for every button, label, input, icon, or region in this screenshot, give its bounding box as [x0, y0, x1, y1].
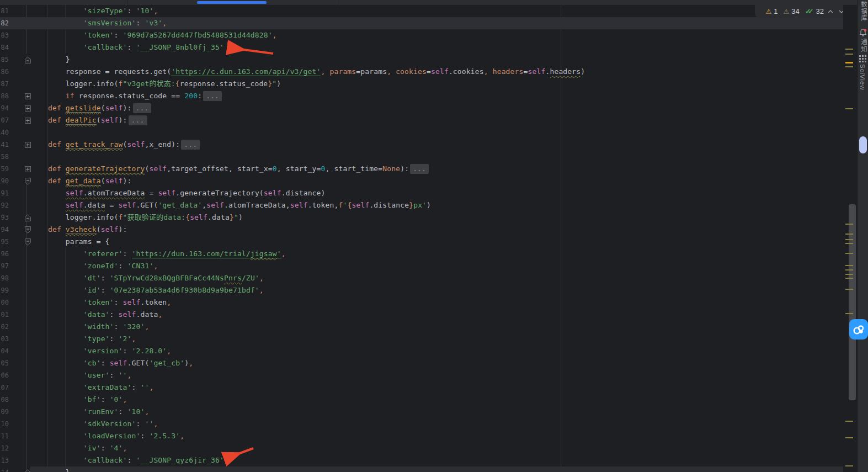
netdisk-assistant-button[interactable]: [849, 319, 868, 340]
inspection-mark[interactable]: [845, 313, 853, 314]
fold-toggle-icon[interactable]: [23, 466, 32, 472]
code-editor[interactable]: 81 'sizeType': '10',82 'smsVersion': 'v3…: [0, 5, 843, 472]
code-line[interactable]: 98 'dt': 'STpYrwCd28xBQgBFBFaCc44NsPnrs/…: [0, 272, 843, 284]
folded-code-chip[interactable]: ...: [410, 164, 429, 174]
code-line[interactable]: 03 'type': '2',: [0, 333, 843, 345]
folded-code-chip[interactable]: ...: [203, 91, 222, 101]
line-number[interactable]: 08: [0, 394, 9, 406]
line-number[interactable]: 02: [0, 321, 9, 333]
inspection-mark[interactable]: [845, 49, 853, 50]
code-line[interactable]: 06 'user': '',: [0, 369, 843, 381]
line-number[interactable]: 90: [0, 175, 9, 187]
line-number[interactable]: 82: [0, 17, 9, 29]
code-line[interactable]: 13 'callback': '__JSONP_qyz6jir_36',: [0, 454, 843, 466]
line-number[interactable]: 97: [0, 260, 9, 272]
code-line[interactable]: 94 def v3check(self):: [0, 224, 843, 236]
code-line[interactable]: 09 'runEnv': '10',: [0, 406, 843, 418]
code-line[interactable]: 59 def generateTrajectory(self,target_of…: [0, 163, 843, 175]
code-line[interactable]: 83 'token': '969d7a5267dd447fbd5488531d4…: [0, 29, 843, 41]
code-line[interactable]: 58: [0, 151, 843, 163]
code-line[interactable]: 81 'sizeType': '10',: [0, 5, 843, 17]
line-number[interactable]: 10: [0, 418, 9, 430]
inspection-mark[interactable]: [845, 224, 853, 225]
fold-toggle-icon[interactable]: [23, 90, 32, 102]
code-line[interactable]: 94 def getslide(self):...: [0, 102, 843, 114]
inspection-mark[interactable]: [845, 274, 853, 275]
code-line[interactable]: 87 logger.info(f"v3get的状态:{response.stat…: [0, 78, 843, 90]
previous-problem-button[interactable]: [826, 7, 835, 16]
fold-toggle-icon[interactable]: [23, 139, 32, 151]
inspection-mark[interactable]: [845, 465, 853, 466]
line-number[interactable]: 13: [0, 454, 9, 466]
folded-code-chip[interactable]: ...: [181, 140, 200, 150]
line-number[interactable]: 01: [0, 309, 9, 321]
code-line[interactable]: 95 params = {: [0, 236, 843, 248]
line-number[interactable]: 58: [0, 151, 9, 163]
line-number[interactable]: 84: [0, 41, 9, 54]
inspection-mark[interactable]: [845, 234, 853, 235]
code-line[interactable]: 99 'id': '07e2387ab53a4d6f930b8d9a9be71b…: [0, 284, 843, 296]
line-number[interactable]: 92: [0, 199, 9, 211]
line-number[interactable]: 05: [0, 357, 9, 369]
notifications-bell-icon[interactable]: [859, 29, 867, 39]
code-line[interactable]: 11 'loadVersion': '2.5.3',: [0, 430, 843, 442]
code-line[interactable]: 10 'sdkVersion': '',: [0, 418, 843, 430]
folded-code-chip[interactable]: ...: [129, 115, 147, 125]
inspection-mark[interactable]: [845, 243, 853, 244]
line-number[interactable]: 94: [0, 224, 9, 236]
line-number[interactable]: 81: [0, 5, 9, 17]
fold-toggle-icon[interactable]: [23, 114, 32, 126]
line-number[interactable]: 41: [0, 139, 9, 151]
fold-toggle-icon[interactable]: [23, 211, 32, 224]
line-number[interactable]: 83: [0, 29, 9, 41]
inspection-mark[interactable]: [845, 54, 853, 55]
error-stripe[interactable]: [843, 5, 857, 472]
line-number[interactable]: 07: [0, 114, 9, 126]
line-number[interactable]: 99: [0, 284, 9, 296]
sciview-grid-icon[interactable]: [859, 54, 866, 65]
line-number[interactable]: 09: [0, 406, 9, 418]
line-number[interactable]: 59: [0, 163, 9, 175]
fold-toggle-icon[interactable]: [23, 54, 32, 66]
line-number[interactable]: 85: [0, 54, 9, 66]
inspection-mark[interactable]: [845, 421, 853, 422]
code-line[interactable]: 05 'cb': self.GET('get_cb'),: [0, 357, 843, 369]
line-number[interactable]: 95: [0, 236, 9, 248]
line-number[interactable]: 12: [0, 442, 9, 454]
line-number[interactable]: 11: [0, 430, 9, 442]
active-tab-indicator[interactable]: [197, 1, 267, 4]
inspections-widget[interactable]: ⚠ 1 ⚠ 34 ✓✓ 32: [755, 5, 850, 18]
stripe-indicator[interactable]: [859, 136, 867, 153]
inspection-mark[interactable]: [845, 108, 853, 109]
inspection-mark[interactable]: [845, 278, 853, 279]
inspection-mark[interactable]: [845, 62, 853, 63]
inspection-mark[interactable]: [845, 66, 853, 67]
code-line[interactable]: 92 self.data = self.GET('get_data',self.…: [0, 199, 843, 211]
inspection-mark[interactable]: [845, 437, 853, 438]
line-number[interactable]: 93: [0, 211, 9, 224]
code-line[interactable]: 91 self.atomTraceData = self.generateTra…: [0, 187, 843, 199]
line-number[interactable]: 07: [0, 381, 9, 394]
code-line[interactable]: 08 'bf': '0',: [0, 394, 843, 406]
line-number[interactable]: 88: [0, 90, 9, 102]
code-line[interactable]: 07 def dealPic(self):...: [0, 114, 843, 126]
code-line[interactable]: 00 'token': self.token,: [0, 296, 843, 309]
code-line[interactable]: 84 'callback': '__JSONP_8nbl0fj_35': [0, 41, 843, 54]
code-line[interactable]: 93 logger.info(f"获取验证的data:{self.data}"): [0, 211, 843, 224]
line-number[interactable]: 06: [0, 369, 9, 381]
inspection-mark[interactable]: [845, 265, 853, 266]
inspection-mark[interactable]: [845, 239, 853, 240]
code-line[interactable]: 97 'zoneId': 'CN31',: [0, 260, 843, 272]
fold-toggle-icon[interactable]: [23, 236, 32, 248]
fold-toggle-icon[interactable]: [23, 224, 32, 236]
line-number[interactable]: 86: [0, 66, 9, 78]
line-number[interactable]: 98: [0, 272, 9, 284]
line-number[interactable]: 00: [0, 296, 9, 309]
code-line[interactable]: 04 'version': '2.28.0',: [0, 345, 843, 357]
fold-toggle-icon[interactable]: [23, 102, 32, 114]
code-line[interactable]: 90 def get_data(self):: [0, 175, 843, 187]
code-line[interactable]: 41 def get_track_raw(self,x_end):...: [0, 139, 843, 151]
code-line[interactable]: 85 }: [0, 54, 843, 66]
line-number[interactable]: 40: [0, 126, 9, 139]
code-line[interactable]: 40: [0, 126, 843, 139]
